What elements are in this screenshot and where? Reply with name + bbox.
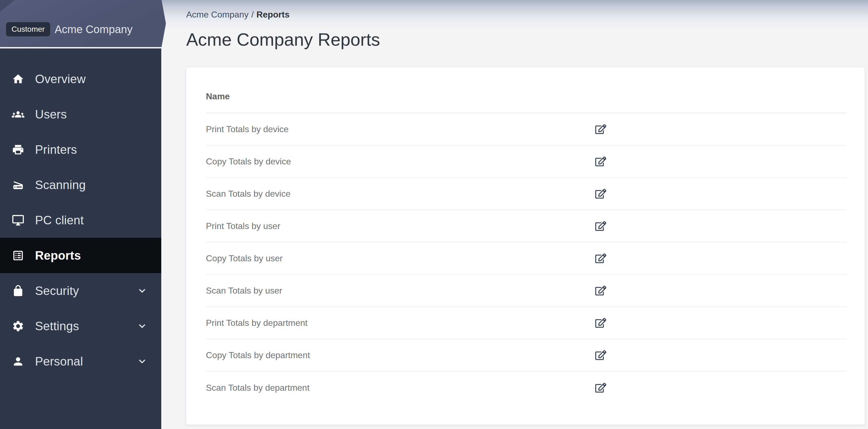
- report-name: Print Totals by user: [206, 221, 594, 231]
- breadcrumb-separator: /: [249, 9, 256, 20]
- report-name: Scan Totals by user: [206, 286, 594, 296]
- person-icon: [12, 355, 24, 368]
- desktop-icon: [12, 214, 24, 227]
- report-name: Copy Totals by user: [206, 253, 594, 263]
- reports-icon: [12, 249, 24, 262]
- sidebar-item-security[interactable]: Security: [0, 273, 161, 308]
- gear-icon: [12, 320, 24, 332]
- sidebar-item-pc-client[interactable]: PC client: [0, 202, 161, 238]
- edit-icon: [595, 350, 606, 361]
- edit-icon: [595, 124, 606, 135]
- sidebar-item-label: Printers: [35, 143, 77, 157]
- sidebar-item-label: PC client: [35, 213, 84, 227]
- edit-report-button[interactable]: [594, 349, 607, 362]
- edit-icon: [595, 156, 606, 167]
- table-row: Print Totals by department: [206, 307, 847, 339]
- breadcrumb: Acme Company/Reports: [186, 9, 865, 20]
- report-name: Copy Totals by department: [206, 350, 594, 360]
- report-name: Copy Totals by device: [206, 157, 594, 167]
- sidebar-item-printers[interactable]: Printers: [0, 132, 161, 167]
- edit-report-button[interactable]: [594, 316, 607, 329]
- users-icon: [12, 108, 24, 121]
- customer-banner: Customer Acme Company: [0, 0, 166, 47]
- breadcrumb-current: Reports: [256, 9, 290, 20]
- main-content: Acme Company/Reports Acme Company Report…: [161, 0, 868, 429]
- edit-icon: [595, 188, 606, 199]
- sidebar-item-label: Security: [35, 284, 79, 298]
- sidebar-item-label: Personal: [35, 355, 83, 368]
- sidebar-item-label: Users: [35, 107, 67, 121]
- chevron-down-icon: [137, 357, 147, 366]
- table-row: Copy Totals by department: [206, 339, 847, 371]
- reports-card: Name Print Totals by device Copy Totals …: [186, 67, 865, 425]
- home-icon: [12, 73, 24, 86]
- edit-report-button[interactable]: [594, 187, 607, 200]
- table-row: Copy Totals by device: [206, 145, 847, 178]
- table-row: Scan Totals by user: [206, 275, 847, 307]
- printer-icon: [12, 143, 24, 156]
- table-row: Scan Totals by department: [206, 371, 847, 404]
- sidebar-item-personal[interactable]: Personal: [0, 343, 161, 379]
- sidebar-item-scanning[interactable]: Scanning: [0, 167, 161, 202]
- table-row: Scan Totals by device: [206, 178, 847, 210]
- scanner-icon: [12, 179, 24, 191]
- report-name: Scan Totals by department: [206, 383, 594, 393]
- edit-icon: [595, 317, 606, 328]
- edit-icon: [595, 382, 606, 393]
- table-header: Name: [206, 67, 847, 113]
- sidebar-item-users[interactable]: Users: [0, 97, 161, 132]
- customer-badge: Customer: [6, 22, 50, 36]
- edit-report-button[interactable]: [594, 381, 607, 394]
- sidebar-item-reports[interactable]: Reports: [0, 238, 161, 273]
- edit-icon: [595, 221, 606, 231]
- table-header-name: Name: [206, 91, 230, 101]
- sidebar-item-label: Overview: [35, 72, 86, 86]
- edit-icon: [595, 253, 606, 264]
- report-name: Scan Totals by device: [206, 189, 594, 199]
- breadcrumb-link-company[interactable]: Acme Company: [186, 9, 249, 20]
- sidebar-item-label: Reports: [35, 249, 81, 262]
- customer-name: Acme Company: [55, 23, 132, 36]
- edit-report-button[interactable]: [594, 155, 607, 168]
- sidebar-item-label: Scanning: [35, 178, 86, 192]
- table-row: Print Totals by user: [206, 210, 847, 242]
- edit-report-button[interactable]: [594, 220, 607, 233]
- sidebar-nav: Overview Users Printers Scanning PC clie: [0, 48, 161, 429]
- sidebar: Customer Acme Company Overview Users Pri…: [0, 0, 161, 429]
- page-title: Acme Company Reports: [186, 30, 865, 50]
- chevron-down-icon: [137, 286, 147, 296]
- lock-icon: [12, 285, 24, 297]
- edit-report-button[interactable]: [594, 252, 607, 265]
- report-name: Print Totals by department: [206, 318, 594, 328]
- sidebar-item-label: Settings: [35, 319, 79, 333]
- sidebar-item-settings[interactable]: Settings: [0, 308, 161, 343]
- table-row: Print Totals by device: [206, 113, 847, 145]
- edit-report-button[interactable]: [594, 284, 607, 297]
- edit-icon: [595, 285, 606, 296]
- banner-fold-decoration: [0, 0, 15, 12]
- sidebar-item-overview[interactable]: Overview: [0, 61, 161, 97]
- table-row: Copy Totals by user: [206, 242, 847, 275]
- report-name: Print Totals by device: [206, 124, 594, 134]
- chevron-down-icon: [137, 321, 147, 331]
- edit-report-button[interactable]: [594, 123, 607, 136]
